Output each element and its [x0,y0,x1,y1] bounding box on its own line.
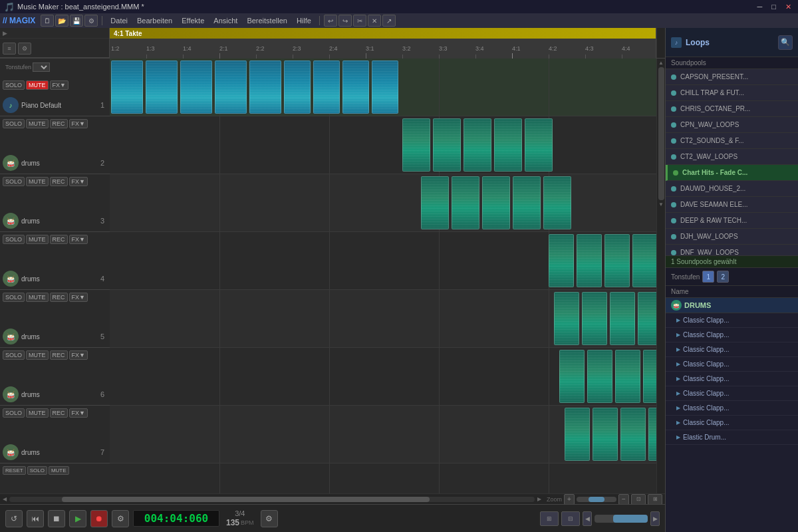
sound-item-8[interactable]: ▶ Elastic Drum... [666,430,798,445]
tonstufen-btn-2[interactable]: 2 [717,271,729,283]
solo-btn-3[interactable]: SOLO [3,177,25,186]
scroll-left-btn[interactable]: ◀ [3,496,7,502]
soundpool-item-9[interactable]: DEEP & RAW TECH... [666,213,798,229]
minimize-btn[interactable]: ─ [755,3,765,11]
track-lane-1[interactable] [110,59,656,116]
clip-drum5-2[interactable] [582,292,607,345]
clip-drum3-4[interactable] [513,176,541,229]
track-lane-6[interactable] [110,348,656,406]
toolbar-close-x[interactable]: ✕ [368,15,381,27]
sound-item-5[interactable]: ▶ Classic Clapp... [666,386,798,401]
fit-btn[interactable]: ⊡ [631,494,646,505]
sound-item-3[interactable]: ▶ Classic Clapp... [666,357,798,372]
record-btn[interactable]: ⏺ [90,510,108,527]
stop-btn[interactable]: ⏹ [48,510,65,527]
clip-drum4-4[interactable] [632,234,656,287]
soundpool-item-5[interactable]: CT2_WAV_LOOPS [666,149,798,165]
clip-drum6-3[interactable] [615,350,640,403]
clip-drum3-2[interactable] [452,176,479,229]
clip-drum4-2[interactable] [577,234,602,287]
scroll-up-btn[interactable]: ▲ [658,60,664,66]
toolbar-open[interactable]: 📂 [55,15,68,27]
fx-btn-4[interactable]: FX▼ [69,235,88,244]
track-lane-2[interactable] [110,116,656,174]
close-btn[interactable]: ✕ [783,3,794,11]
rec-btn-5[interactable]: REC [50,293,68,302]
soundpool-item-4[interactable]: CT2_SOUNDS_& F... [666,133,798,149]
track-lane-5[interactable] [110,290,656,348]
clip-piano-5[interactable] [249,61,281,114]
clip-piano-9[interactable] [372,61,398,114]
fx-btn-6[interactable]: FX▼ [69,350,88,360]
rec-btn-4[interactable]: REC [50,235,68,244]
sound-item-4[interactable]: ▶ Classic Clapp... [666,372,798,386]
track-lanes-column[interactable] [110,59,656,493]
clip-drum7-1[interactable] [565,408,590,461]
h-scroll-thumb[interactable] [62,497,430,502]
expand-btn[interactable]: ⊞ [648,494,662,505]
menu-hilfe[interactable]: Hilfe [293,15,315,26]
soundpool-item-8[interactable]: DAVE SEAMAN ELE... [666,197,798,213]
solo-btn-5[interactable]: SOLO [3,293,25,302]
clip-drum2-5[interactable] [525,118,553,172]
tonstufen-select-1[interactable] [33,63,50,72]
toolbar-arrow[interactable]: ↗ [382,15,396,27]
clip-drum7-3[interactable] [620,408,646,461]
h-scroll-track[interactable] [9,497,535,502]
soundpool-item-1[interactable]: CHILL TRAP & FUT... [666,85,798,101]
clip-drum4-3[interactable] [604,234,630,287]
clip-piano-4[interactable] [215,61,247,114]
clip-drum2-4[interactable] [494,118,522,172]
tonstufen-btn-1[interactable]: 1 [702,271,714,283]
menu-bearbeiten[interactable]: Bearbeiten [133,15,176,26]
clip-drum4-1[interactable] [549,234,574,287]
rec-btn-7[interactable]: REC [50,408,68,418]
clip-drum6-2[interactable] [587,350,612,403]
track-lane-8[interactable] [110,464,656,493]
clip-drum7-4[interactable] [648,408,656,461]
mute-btn-6[interactable]: MUTE [26,350,49,360]
soundpool-item-2[interactable]: CHRIS_OCTANE_PR... [666,101,798,117]
settings-btn[interactable]: ⚙ [261,510,278,527]
track-lane-7[interactable] [110,406,656,464]
rec-btn-3[interactable]: REC [50,177,68,186]
clip-drum2-2[interactable] [433,118,461,172]
clip-drum2-1[interactable] [402,118,430,172]
menu-datei[interactable]: Datei [106,15,132,26]
toolbar-save[interactable]: 💾 [70,15,83,27]
sound-item-2[interactable]: ▶ Classic Clapp... [666,342,798,357]
solo-btn-7[interactable]: SOLO [3,408,25,418]
transport-grid-2[interactable]: ⊟ [561,511,580,526]
scroll-down-btn[interactable]: ▼ [658,201,664,207]
scroll-right-btn[interactable]: ▶ [537,496,541,502]
clip-drum6-4[interactable] [643,350,656,403]
transport-grid-1[interactable]: ⊞ [540,511,559,526]
clip-piano-7[interactable] [313,61,340,114]
solo-btn-2[interactable]: SOLO [3,119,25,128]
play-btn[interactable]: ▶ [69,510,86,527]
scroll-thumb[interactable] [658,67,664,200]
soundpool-item-3[interactable]: CPN_WAV_LOOPS [666,117,798,133]
rec-btn-2[interactable]: REC [50,119,68,128]
rewind-btn[interactable]: ⏮ [27,510,44,527]
clip-piano-8[interactable] [342,61,369,114]
clip-piano-3[interactable] [180,61,212,114]
sound-item-1[interactable]: ▶ Classic Clapp... [666,328,798,342]
soundpool-item-7[interactable]: DAUWD_HOUSE_2... [666,181,798,197]
mute-bottom-btn[interactable]: MUTE [49,466,69,475]
toolbar-undo[interactable]: ↩ [324,15,337,27]
sound-item-0[interactable]: ▶ Classic Clapp... [666,313,798,328]
solo-bottom-btn[interactable]: SOLO [27,466,47,475]
clip-piano-1[interactable] [111,61,143,114]
soundpool-item-6[interactable]: Chart Hits - Fade C... [666,165,798,181]
vol-up-btn[interactable]: ▶ [650,511,660,526]
fx-btn-7[interactable]: FX▼ [69,408,88,418]
sound-item-7[interactable]: ▶ Classic Clapp... [666,416,798,430]
clip-drum5-3[interactable] [610,292,635,345]
fx-btn-5[interactable]: FX▼ [69,293,88,302]
mute-btn-7[interactable]: MUTE [26,408,49,418]
clip-drum7-2[interactable] [593,408,618,461]
volume-slider[interactable] [595,515,648,523]
soundpool-item-11[interactable]: DNF_WAV_LOOPS [666,245,798,255]
soundpool-item-10[interactable]: DJH_WAV_LOOPS [666,229,798,245]
